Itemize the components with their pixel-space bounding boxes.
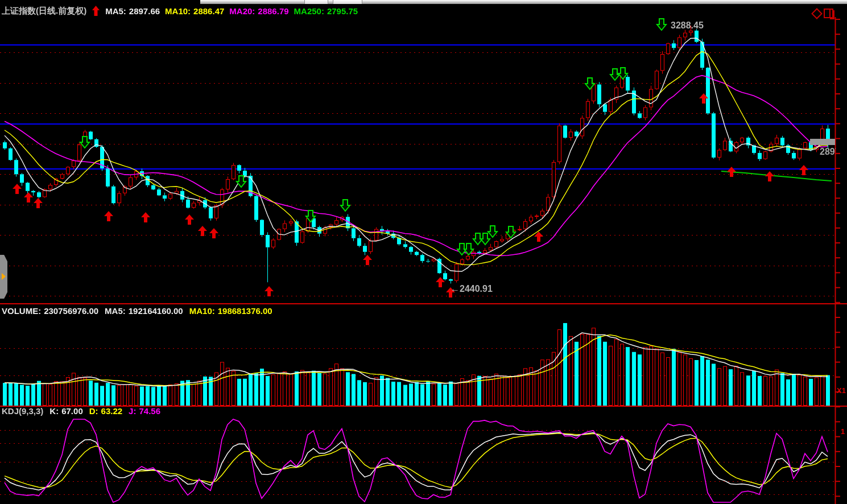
volume-ma10-indicator: MA10:198681376.00 — [189, 306, 272, 316]
kdj-name: KDJ(9,3,3) — [2, 406, 43, 416]
peak-price-annotation: 3288.45 — [671, 20, 704, 31]
kdj-k-indicator: K:67.00 — [49, 406, 82, 416]
top-toolbar-edge — [200, 0, 847, 4]
current-price-value: 2897.66 — [820, 147, 836, 156]
split-window-icon-bar — [829, 10, 831, 17]
kdj-j-indicator: J:74.56 — [129, 406, 160, 416]
ma20-indicator: MA20:2886.79 — [229, 6, 288, 16]
toolbar-segment[interactable] — [333, 0, 362, 4]
ma10-indicator: MA10:2886.47 — [165, 6, 224, 16]
volume-indicator: VOLUME:230756976.00 — [2, 306, 98, 316]
chart-canvas[interactable] — [0, 0, 847, 504]
main-chart-header: 上证指数(日线.前复权) MA5:2897.66 MA10:2886.47 MA… — [2, 5, 358, 17]
up-arrow-icon — [92, 6, 100, 16]
volume-header: VOLUME:230756976.00 MA5:192164160.00 MA1… — [2, 306, 272, 316]
expand-arrow-icon — [2, 273, 6, 280]
trough-price-annotation: ←2440.91 — [451, 284, 493, 294]
stock-chart-window: 上证指数(日线.前复权) MA5:2897.66 MA10:2886.47 MA… — [0, 0, 847, 504]
window-edge-line-foot — [830, 18, 834, 19]
volume-unit-label: X1 — [837, 386, 846, 395]
sidebar-collapse-handle[interactable] — [0, 255, 7, 299]
symbol-title: 上证指数(日线.前复权) — [2, 6, 86, 16]
kdj-axis-partial-label: 1 — [841, 427, 845, 436]
kdj-d-indicator: D:63.22 — [89, 406, 122, 416]
volume-ma5-indicator: MA5:192164160.00 — [105, 306, 183, 316]
kdj-header: KDJ(9,3,3) K:67.00 D:63.22 J:74.56 — [2, 406, 160, 416]
toolbar-segment[interactable] — [304, 0, 328, 4]
current-price-marker — [810, 139, 835, 145]
current-price-label: 2897.66 — [820, 147, 836, 157]
ma250-indicator: MA250:2795.75 — [294, 6, 358, 16]
split-window-icon[interactable] — [824, 9, 833, 18]
ma5-indicator: MA5:2897.66 — [105, 6, 160, 16]
